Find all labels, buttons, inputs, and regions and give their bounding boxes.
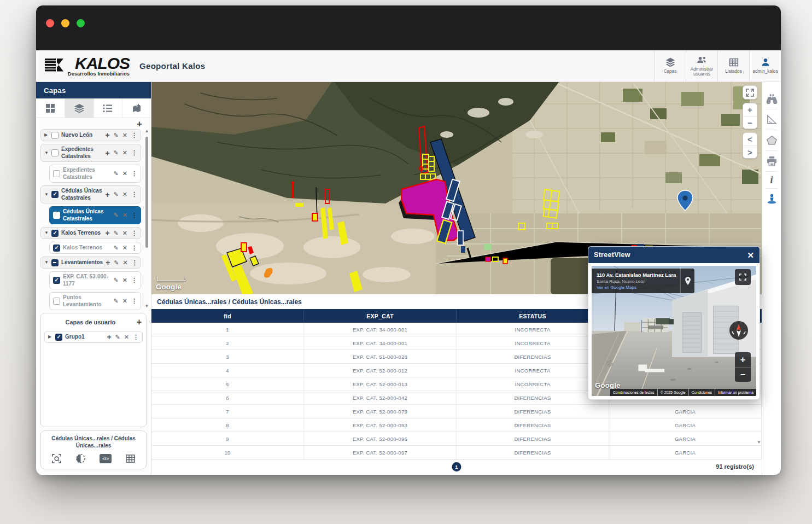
minimize-window-button[interactable] — [61, 19, 69, 27]
add-icon[interactable]: + — [107, 333, 111, 341]
close-icon[interactable]: ✕ — [747, 251, 754, 259]
delete-icon[interactable]: ✕ — [122, 298, 127, 304]
delete-icon[interactable]: ✕ — [123, 260, 128, 266]
layer-checkbox[interactable] — [53, 298, 60, 305]
table-row[interactable]: 9 EXP. CAT. 52-000-096 DIFERENCIAS GARCI… — [151, 432, 762, 446]
layer-checkbox-mixed[interactable] — [51, 259, 59, 266]
delete-icon[interactable]: ✕ — [122, 212, 127, 218]
add-icon[interactable]: + — [105, 131, 109, 139]
search-tool-button[interactable] — [762, 89, 781, 109]
tab-legend[interactable] — [94, 98, 123, 118]
layer-group-grupo1[interactable]: ▶ Grupo1 +✎✕⋮ — [44, 331, 143, 343]
layer-group-levantamientos[interactable]: ▼ Levantamientos +✎✕⋮ — [40, 257, 141, 269]
administrar-usuarios-button[interactable]: Administrar usuarios — [686, 50, 717, 81]
layer-group-kalos-terrenos[interactable]: ▼ Kalos Terrenos +✎✕⋮ — [40, 227, 141, 239]
streetview-zoom-in-button[interactable]: + — [735, 352, 751, 367]
measure-tool-button[interactable] — [762, 109, 781, 130]
listados-button[interactable]: Listados — [717, 50, 749, 81]
table-row[interactable]: 8 EXP. CAT. 52-000-093 DIFERENCIAS GARCI… — [151, 418, 762, 432]
layer-checkbox-checked[interactable] — [53, 244, 60, 252]
layer-exp-cat-53[interactable]: EXP. CAT. 53-000-1177 ✎✕⋮ — [49, 271, 141, 289]
add-user-layer-icon[interactable]: + — [137, 318, 142, 327]
kebab-icon[interactable]: ⋮ — [131, 230, 137, 236]
kebab-icon[interactable]: ⋮ — [131, 245, 137, 251]
caret-right-icon[interactable]: ▶ — [44, 133, 49, 137]
layer-checkbox-checked[interactable] — [51, 230, 59, 237]
draw-polygon-button[interactable] — [762, 130, 781, 150]
close-window-button[interactable] — [46, 19, 54, 27]
caret-down-icon[interactable]: ▼ — [44, 193, 49, 197]
layer-checkbox-checked[interactable] — [51, 191, 59, 198]
layer-checkbox-checked[interactable] — [53, 212, 60, 219]
streetview-tool-button[interactable] — [762, 189, 781, 209]
info-tool-button[interactable]: i — [762, 172, 781, 188]
pin-button[interactable] — [680, 269, 694, 293]
kebab-icon[interactable]: ⋮ — [131, 132, 137, 138]
layer-puntos-levantamiento[interactable]: Puntos Levantamiento ✎✕⋮ — [49, 292, 141, 310]
print-button[interactable] — [762, 151, 781, 171]
layer-group-cedulas[interactable]: ▼ Cédulas Únicas Catastrales +✎✕⋮ — [40, 185, 141, 203]
next-extent-button[interactable]: > — [743, 145, 757, 158]
delete-icon[interactable]: ✕ — [122, 277, 127, 283]
layer-group-expedientes[interactable]: ▼ Expedientes Catastrales +✎✕⋮ — [40, 144, 141, 162]
zoom-in-button[interactable]: + — [743, 103, 757, 116]
edit-icon[interactable]: ✎ — [114, 298, 119, 304]
kebab-icon[interactable]: ⋮ — [131, 277, 137, 283]
streetview-titlebar[interactable]: StreetView ✕ — [588, 247, 760, 263]
table-row[interactable]: 7 EXP. CAT. 52-000-079 DIFERENCIAS GARCI… — [151, 405, 762, 418]
admin-user-button[interactable]: admin_kalos — [749, 50, 781, 81]
streetview-zoom-out-button[interactable]: − — [735, 367, 751, 382]
column-header-estatus[interactable]: ESTATUS — [457, 309, 609, 323]
layer-checkbox[interactable] — [51, 149, 59, 156]
delete-icon[interactable]: ✕ — [122, 171, 127, 177]
kebab-icon[interactable]: ⋮ — [133, 334, 139, 340]
column-header-exp-cat[interactable]: EXP_CAT — [304, 309, 457, 323]
edit-icon[interactable]: ✎ — [114, 212, 119, 218]
scrollbar-thumb[interactable] — [145, 137, 148, 248]
attribute-table-icon[interactable] — [125, 453, 136, 464]
compass-control[interactable] — [728, 319, 750, 341]
kebab-icon[interactable]: ⋮ — [132, 260, 138, 266]
report-problem-link[interactable]: Informar un problema — [715, 389, 756, 396]
streetview-image[interactable]: M 110 Av. Estanislao Martinez Lara Santa… — [592, 266, 756, 396]
scroll-down-icon[interactable]: ▼ — [757, 440, 761, 445]
edit-icon[interactable]: ✎ — [114, 230, 119, 236]
delete-icon[interactable]: ✕ — [122, 191, 127, 197]
kebab-icon[interactable]: ⋮ — [131, 191, 137, 197]
delete-icon[interactable]: ✕ — [122, 230, 127, 236]
kebab-icon[interactable]: ⋮ — [131, 212, 137, 218]
maximize-window-button[interactable] — [77, 19, 85, 27]
layer-group-nuevo-leon[interactable]: ▶ Nuevo León +✎✕⋮ — [40, 129, 141, 141]
caret-down-icon[interactable]: ▼ — [44, 260, 49, 265]
caret-down-icon[interactable]: ▼ — [44, 151, 49, 155]
edit-icon[interactable]: ✎ — [114, 260, 119, 266]
page-1-button[interactable]: 1 — [452, 462, 462, 471]
keyboard-shortcuts-link[interactable]: Combinaciones de teclas — [610, 389, 657, 396]
delete-icon[interactable]: ✕ — [122, 132, 127, 138]
kebab-icon[interactable]: ⋮ — [131, 171, 137, 177]
streetview-fullscreen-button[interactable] — [735, 269, 751, 285]
sidebar-scrollbar[interactable]: ▲ ▼ — [144, 129, 149, 308]
capas-button[interactable]: Capas — [654, 50, 686, 81]
layer-expedientes-catastrales[interactable]: Expedientes Catastrales ✎✕⋮ — [49, 165, 141, 183]
delete-icon[interactable]: ✕ — [122, 245, 127, 251]
layer-cedulas-catastrales-selected[interactable]: Cédulas Únicas Catastrales ✎✕⋮ — [49, 206, 141, 224]
add-icon[interactable]: + — [105, 191, 109, 199]
delete-icon[interactable]: ✕ — [124, 334, 129, 340]
add-icon[interactable]: + — [105, 229, 109, 237]
zoom-out-button[interactable]: − — [743, 116, 757, 129]
edit-icon[interactable]: ✎ — [114, 132, 119, 138]
layer-checkbox-checked[interactable] — [55, 334, 62, 341]
code-icon[interactable]: </> — [100, 454, 112, 463]
caret-right-icon[interactable]: ▶ — [48, 335, 52, 339]
kebab-icon[interactable]: ⋮ — [131, 150, 137, 156]
layer-kalos-terrenos[interactable]: Kalos Terrenos ✎✕⋮ — [49, 242, 141, 254]
contrast-icon[interactable] — [75, 453, 86, 464]
previous-extent-button[interactable]: < — [743, 133, 757, 145]
tab-basemaps[interactable] — [36, 98, 65, 118]
caret-down-icon[interactable]: ▼ — [44, 231, 49, 235]
edit-icon[interactable]: ✎ — [114, 245, 119, 251]
kebab-icon[interactable]: ⋮ — [131, 298, 137, 304]
edit-icon[interactable]: ✎ — [114, 171, 119, 177]
layer-checkbox[interactable] — [51, 132, 59, 139]
